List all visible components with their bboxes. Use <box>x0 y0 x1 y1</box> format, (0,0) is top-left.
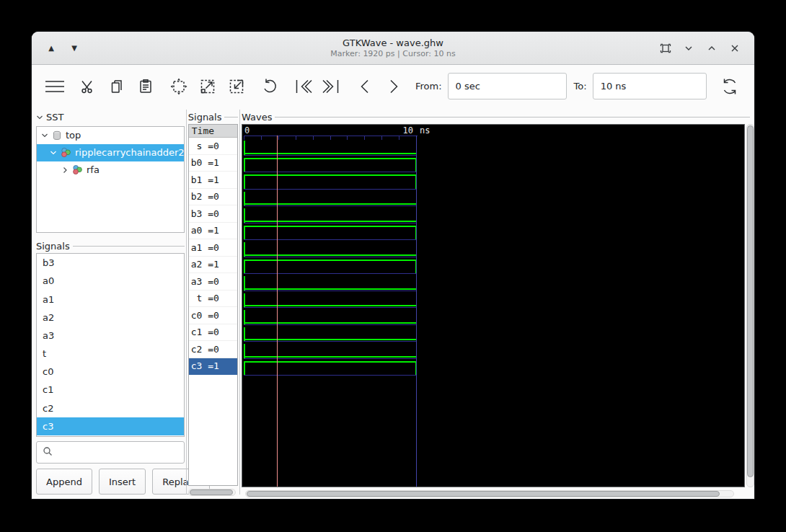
marker-cursor-status: Marker: 1920 ps | Cursor: 10 ns <box>32 49 754 58</box>
module-icon <box>72 164 83 175</box>
to-input[interactable] <box>593 73 707 99</box>
left-signals-label: Signals <box>36 241 70 252</box>
time-header[interactable]: Time <box>189 125 237 138</box>
wave-row <box>244 172 416 190</box>
signal-rows: s =0b0 =1b1 =1b2 =0b3 =0a0 =1a1 =0a2 =1a… <box>189 138 237 375</box>
wave-row <box>244 138 416 156</box>
signal-value-row[interactable]: c2 =0 <box>189 341 237 358</box>
timeline-end-label: 10 <box>400 125 413 136</box>
tree-item-top[interactable]: top <box>37 127 184 144</box>
list-item[interactable]: c0 <box>37 363 184 381</box>
expander-down-icon[interactable] <box>41 132 48 139</box>
zoom-in-icon[interactable] <box>193 72 222 101</box>
signal-value-row[interactable]: t =0 <box>189 291 237 308</box>
cut-icon[interactable] <box>74 72 102 101</box>
scrollbar-thumb[interactable] <box>190 489 233 495</box>
toolbar: From: To: <box>32 65 754 107</box>
step-forward-icon[interactable] <box>379 72 408 101</box>
signal-value-row[interactable]: c0 =0 <box>189 307 237 324</box>
signal-value-row[interactable]: b3 =0 <box>189 205 237 223</box>
skip-to-start-icon[interactable] <box>288 72 317 101</box>
chevron-up-icon[interactable] <box>704 40 720 56</box>
signals-column-label: Signals <box>188 112 222 123</box>
insert-button[interactable]: Insert <box>99 469 146 495</box>
undo-icon[interactable] <box>255 72 284 101</box>
waves-label: Waves <box>242 112 272 123</box>
signal-value-row[interactable]: b0 =1 <box>189 155 237 172</box>
tree-item-ripplecarrychainadder[interactable]: ripplecarrychainadder20 <box>37 144 184 161</box>
search-input[interactable] <box>57 442 184 463</box>
database-icon <box>52 130 62 141</box>
paste-icon[interactable] <box>131 72 160 101</box>
expander-down-icon[interactable] <box>50 149 57 156</box>
list-item[interactable]: t <box>37 345 184 363</box>
timeline-unit-label: ns <box>420 125 430 136</box>
copy-icon[interactable] <box>102 72 131 101</box>
signals-hscrollbar[interactable] <box>188 489 236 496</box>
wave-row <box>244 291 416 309</box>
search-icon <box>43 445 53 459</box>
list-item[interactable]: c1 <box>37 381 184 399</box>
zoom-out-icon[interactable] <box>222 72 251 101</box>
wave-row <box>244 274 416 291</box>
from-label: From: <box>415 81 442 92</box>
sst-collapse-icon[interactable] <box>36 114 43 121</box>
list-item[interactable]: a0 <box>37 272 184 290</box>
list-item[interactable]: b3 <box>37 254 184 272</box>
wave-row <box>244 342 416 359</box>
step-back-icon[interactable] <box>350 72 379 101</box>
signal-search-box[interactable] <box>36 441 185 464</box>
wave-row <box>244 308 416 325</box>
wave-row <box>244 156 416 173</box>
waves-vscrollbar[interactable] <box>746 124 754 487</box>
signal-value-row[interactable]: c1 =0 <box>189 324 237 342</box>
tree-item-label: ripplecarrychainadder20 <box>75 147 185 158</box>
signal-value-row[interactable]: b2 =0 <box>189 189 237 206</box>
maximize-icon[interactable] <box>658 40 674 56</box>
module-icon <box>61 147 71 158</box>
signal-value-row[interactable]: s =0 <box>189 138 237 155</box>
wave-row <box>244 206 416 223</box>
signal-value-row[interactable]: a1 =0 <box>189 239 237 257</box>
list-item[interactable]: a1 <box>37 290 184 308</box>
wave-row <box>244 325 416 342</box>
skip-to-end-icon[interactable] <box>317 72 346 101</box>
list-item[interactable]: c2 <box>37 399 184 417</box>
reload-icon[interactable] <box>715 72 744 101</box>
signal-value-row[interactable]: a3 =0 <box>189 273 237 291</box>
signal-value-row[interactable]: c3 =1 <box>189 358 237 376</box>
window-title: GTKWave - wave.ghw <box>32 37 754 48</box>
signal-value-row[interactable]: b1 =1 <box>189 172 237 189</box>
tree-item-rfa[interactable]: rfa <box>37 161 184 179</box>
cursor-line[interactable] <box>416 136 417 487</box>
triangle-up-icon[interactable]: ▲ <box>45 42 58 55</box>
list-item[interactable]: a3 <box>37 327 184 345</box>
signal-value-row[interactable]: a2 =1 <box>189 257 237 274</box>
chevron-down-icon[interactable] <box>681 40 697 56</box>
splitter-left[interactable] <box>185 108 188 499</box>
append-button[interactable]: Append <box>36 469 92 495</box>
list-item[interactable]: c3 <box>37 417 184 435</box>
waves-hscrollbar[interactable] <box>245 490 734 497</box>
timeline-axis <box>244 136 418 136</box>
tree-item-label: top <box>66 130 81 141</box>
wave-row <box>244 359 416 376</box>
triangle-down-icon[interactable]: ▼ <box>68 42 81 55</box>
sst-panel: SST top <box>32 108 185 499</box>
list-item[interactable]: a2 <box>37 309 184 327</box>
signals-column: Signals Time s =0b0 =1b1 =1b2 =0b3 =0a0 … <box>188 108 238 499</box>
tree-item-label: rfa <box>87 164 100 175</box>
scrollbar-thumb[interactable] <box>747 125 754 477</box>
sst-tree: top ripplecarrychainadder20 <box>36 126 185 233</box>
scrollbar-thumb[interactable] <box>247 491 720 497</box>
close-icon[interactable] <box>727 40 743 56</box>
wave-canvas[interactable]: 0 10 ns <box>242 124 745 487</box>
signal-search-list: b3a0a1a2a3tc0c1c2c3 <box>36 253 185 437</box>
zoom-fit-icon[interactable] <box>164 72 193 101</box>
expander-right-icon[interactable] <box>61 167 69 174</box>
gtkwave-window: ▲ ▼ GTKWave - wave.ghw Marker: 1920 ps |… <box>32 32 754 499</box>
menu-icon[interactable] <box>40 72 69 101</box>
marker-line[interactable] <box>277 136 278 487</box>
from-input[interactable] <box>448 73 567 99</box>
signal-value-row[interactable]: a0 =1 <box>189 223 237 240</box>
